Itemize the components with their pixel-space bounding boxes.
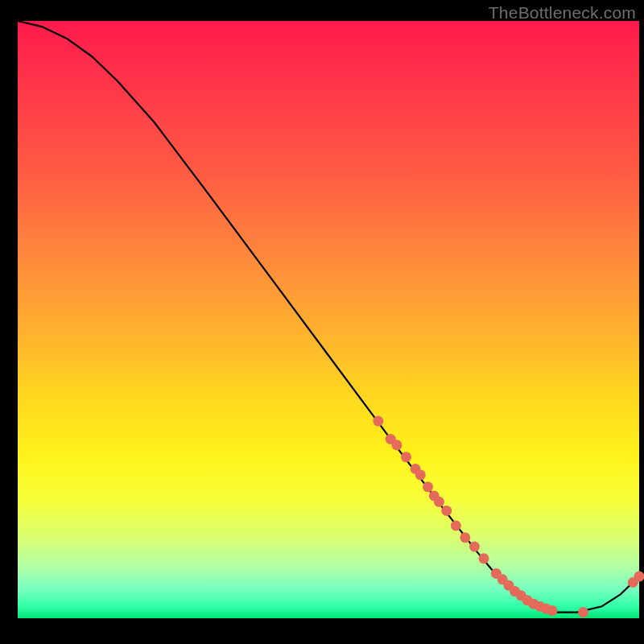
data-marker: [373, 416, 383, 427]
data-marker: [578, 607, 588, 617]
data-marker: [547, 605, 557, 616]
data-marker: [441, 506, 452, 516]
data-marker: [451, 521, 461, 531]
data-marker: [434, 497, 444, 507]
data-markers: [373, 416, 644, 618]
bottleneck-curve: [18, 21, 639, 613]
data-marker: [415, 469, 426, 480]
plot-background: TheBottleneck.com: [0, 0, 644, 644]
data-marker: [460, 532, 470, 543]
chart-root: TheBottleneck.com: [0, 0, 644, 644]
attribution-label: TheBottleneck.com: [489, 3, 636, 23]
data-marker: [401, 452, 411, 462]
plot-overlay: [18, 21, 639, 618]
data-marker: [423, 481, 433, 492]
data-marker: [469, 542, 480, 552]
data-marker: [391, 440, 402, 450]
data-marker: [479, 553, 489, 564]
data-marker: [634, 572, 645, 582]
